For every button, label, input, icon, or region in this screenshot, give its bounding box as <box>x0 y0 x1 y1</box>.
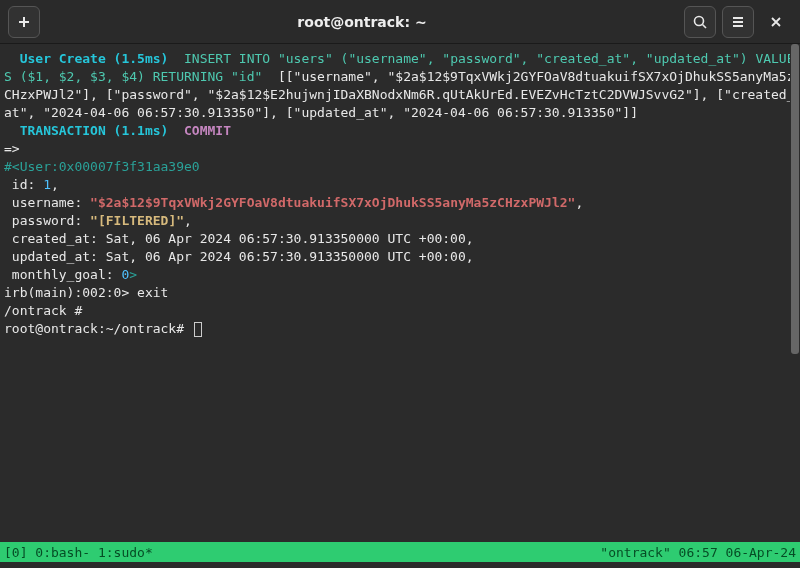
hamburger-icon <box>730 14 746 30</box>
new-tab-button[interactable] <box>8 6 40 38</box>
close-button[interactable] <box>760 6 792 38</box>
monthly-goal-key: monthly_goal: <box>4 267 121 282</box>
close-icon <box>769 15 783 29</box>
txn-label: TRANSACTION (1.1ms) <box>4 123 184 138</box>
inspect-header: #<User:0x00007f3f31aa39e0 <box>4 159 200 174</box>
search-button[interactable] <box>684 6 716 38</box>
password-key: password: <box>4 213 90 228</box>
shell-prompt: root@ontrack:~/ontrack# <box>4 321 192 336</box>
scrollbar[interactable] <box>790 44 800 534</box>
password-value: "[FILTERED]" <box>90 213 184 228</box>
txn-commit: COMMIT <box>184 123 231 138</box>
window-title: root@ontrack: ~ <box>40 14 684 30</box>
irb-exit-line: irb(main):002:0> exit <box>4 285 168 300</box>
container-prompt: /ontrack # <box>4 303 82 318</box>
sql-label: User Create (1.5ms) <box>4 51 184 66</box>
updated-at-line: updated_at: Sat, 06 Apr 2024 06:57:30.91… <box>4 249 474 264</box>
id-key: id: <box>4 177 43 192</box>
username-key: username: <box>4 195 90 210</box>
id-value: 1 <box>43 177 51 192</box>
result-arrow: => <box>4 141 20 156</box>
cursor <box>194 322 202 337</box>
svg-point-0 <box>695 16 704 25</box>
inspect-tail: > <box>129 267 137 282</box>
scrollbar-thumb[interactable] <box>791 44 799 354</box>
username-value: "$2a$12$9TqxVWkj2GYFOaV8dtuakuifSX7xOjDh… <box>90 195 575 210</box>
created-at-line: created_at: Sat, 06 Apr 2024 06:57:30.91… <box>4 231 474 246</box>
status-left: [0] 0:bash- 1:sudo* <box>4 545 153 560</box>
terminal-output[interactable]: User Create (1.5ms) INSERT INTO "users" … <box>0 44 800 534</box>
titlebar: root@ontrack: ~ <box>0 0 800 44</box>
status-right: "ontrack" 06:57 06-Apr-24 <box>600 545 796 560</box>
menu-button[interactable] <box>722 6 754 38</box>
plus-icon <box>16 14 32 30</box>
search-icon <box>692 14 708 30</box>
tmux-statusbar: [0] 0:bash- 1:sudo* "ontrack" 06:57 06-A… <box>0 542 800 562</box>
